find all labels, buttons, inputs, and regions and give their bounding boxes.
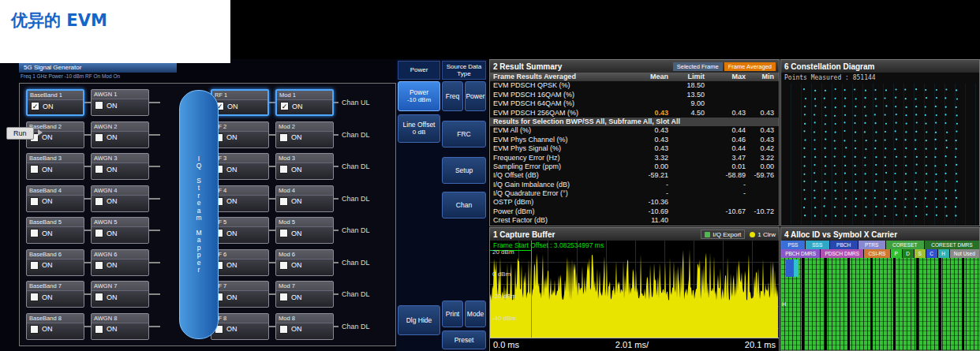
softkey-setup[interactable]: Setup [442,157,486,184]
on-checkbox[interactable] [279,229,288,237]
generator-block-rf-2[interactable]: RF 2ON [211,121,269,148]
generator-block-baseband-3[interactable]: BaseBand 3ON [26,153,84,180]
generator-block-awgn-2[interactable]: AWGN 2ON [91,121,149,148]
generator-block-rf-6[interactable]: RF 6ON [211,249,269,276]
block-label: RF 6 [211,250,268,260]
on-checkbox[interactable]: ✓ [31,102,39,110]
generator-block-baseband-7[interactable]: BaseBand 7ON [26,281,84,308]
on-checkbox[interactable] [95,197,103,206]
softkey-power[interactable]: Power [465,81,486,111]
generator-block-mod-1[interactable]: Mod 1✓ON [275,89,334,116]
generator-block-rf-4[interactable]: RF 4ON [211,185,269,212]
softkey-dlg-hide[interactable]: Dlg Hide [398,305,440,335]
on-checkbox[interactable] [95,325,103,334]
capture-plot: Frame Start Offset : 3.082534997 ms 20 d… [490,241,779,338]
on-checkbox[interactable] [30,325,39,334]
on-checkbox[interactable] [279,325,288,334]
softkey-line-offset[interactable]: Line Offset 0 dB [398,114,440,143]
run-button[interactable]: Run [6,127,34,140]
result-row: EVM Phys Signal (%)0.430.440.42 [490,144,779,153]
legend-h: H [938,249,949,258]
result-row: I/Q Gain Imbalance (dB)-- [490,181,779,189]
stream-mapper[interactable]: IQStreamMapper [179,90,219,339]
generator-block-baseband-1[interactable]: BaseBand 1✓ON [26,89,84,116]
generator-block-mod-5[interactable]: Mod 5ON [275,217,334,244]
on-checkbox[interactable] [279,133,288,142]
on-checkbox[interactable] [279,293,288,301]
softkey-mode[interactable]: Mode [465,301,486,327]
softkey-print[interactable]: Print [442,301,463,327]
generator-block-baseband-8[interactable]: BaseBand 8ON [26,313,84,340]
generator-block-awgn-3[interactable]: AWGN 3ON [91,153,149,180]
generator-block-baseband-2[interactable]: BaseBand 2ON [26,121,84,148]
alloc-legend-row2: PBCH DMRSPDSCH DMRSCSI-RSPDSCHNot Used [781,249,979,258]
generator-block-rf-5[interactable]: RF 5ON [211,217,269,244]
trace-indicator[interactable]: 1 Clrw [750,231,776,238]
on-checkbox[interactable] [279,165,288,174]
on-checkbox[interactable] [95,229,103,237]
generator-block-mod-8[interactable]: Mod 8ON [275,313,334,340]
generator-block-rf-1[interactable]: RF 1✓ON [211,89,269,116]
on-checkbox[interactable] [95,261,103,270]
run-arrow-icon [38,129,43,136]
on-checkbox[interactable] [95,101,103,110]
on-checkbox[interactable] [95,293,103,301]
on-checkbox[interactable] [30,293,39,301]
generator-block-mod-7[interactable]: Mod 7ON [275,281,334,308]
generator-block-mod-4[interactable]: Mod 4ON [275,185,334,212]
on-checkbox[interactable] [30,197,39,206]
block-label: BaseBand 1 [28,91,83,100]
on-checkbox[interactable]: ✓ [280,102,289,110]
legend-p: P [891,249,902,258]
legend-coreset-dmrs: CORESET DMRS [925,241,979,249]
generator-block-awgn-1[interactable]: AWGN 1ON [91,89,149,116]
on-checkbox[interactable] [95,165,103,174]
generator-block-baseband-5[interactable]: BaseBand 5ON [26,217,84,244]
alloc-grid: H [781,258,979,350]
generator-block-awgn-8[interactable]: AWGN 8ON [91,313,149,340]
tab-frame-averaged[interactable]: Frame Averaged [724,62,776,71]
iq-export-button[interactable]: I/Q Export [701,230,745,239]
generator-block-baseband-6[interactable]: BaseBand 6ON [26,249,84,276]
ssb-block-icon [786,260,794,277]
on-label: ON [226,197,238,205]
softkey-chan[interactable]: Chan [442,192,486,218]
generator-block-rf-3[interactable]: RF 3ON [211,153,269,180]
run-label: Run [13,129,27,137]
on-checkbox[interactable] [279,261,288,270]
block-label: RF 1 [212,91,267,100]
on-label: ON [291,166,302,174]
on-label: ON [292,103,303,110]
softkey-freq[interactable]: Freq [442,81,463,111]
generator-block-awgn-7[interactable]: AWGN 7ON [91,281,149,308]
generator-block-awgn-5[interactable]: AWGN 5ON [91,217,149,244]
generator-block-baseband-4[interactable]: BaseBand 4ON [26,185,84,212]
softkey-preset[interactable]: Preset [442,330,486,349]
on-checkbox[interactable] [30,165,39,174]
on-label: ON [107,102,118,110]
softkey-panel: Power Source Data Type Power -10 dBm Fre… [396,59,488,351]
on-label: ON [226,293,238,301]
generator-block-mod-6[interactable]: Mod 6ON [275,249,334,276]
on-checkbox[interactable] [30,229,39,237]
chan-label: Chan DL [342,290,370,298]
generator-block-rf-7[interactable]: RF 7ON [211,281,269,308]
on-label: ON [107,293,118,301]
on-checkbox[interactable] [95,133,103,142]
softkey-power-level[interactable]: Power -10 dBm [398,81,440,111]
generator-block-awgn-6[interactable]: AWGN 6ON [91,249,149,276]
on-label: ON [42,133,53,141]
generator-block-awgn-4[interactable]: AWGN 4ON [91,185,149,212]
tab-selected-frame[interactable]: Selected Frame [673,62,723,71]
on-checkbox[interactable] [279,197,288,206]
on-label: ON [291,293,302,301]
chan-label: Chan UL [342,99,370,106]
generator-block-mod-3[interactable]: Mod 3ON [275,153,334,180]
block-label: RF 4 [211,186,268,196]
on-checkbox[interactable] [30,261,39,270]
chan-label: Chan DL [342,226,370,234]
softkey-frc[interactable]: FRC [442,121,486,147]
generator-block-rf-8[interactable]: RF 8ON [211,313,269,340]
block-label: AWGN 5 [92,218,148,227]
generator-block-mod-2[interactable]: Mod 2ON [275,121,334,148]
